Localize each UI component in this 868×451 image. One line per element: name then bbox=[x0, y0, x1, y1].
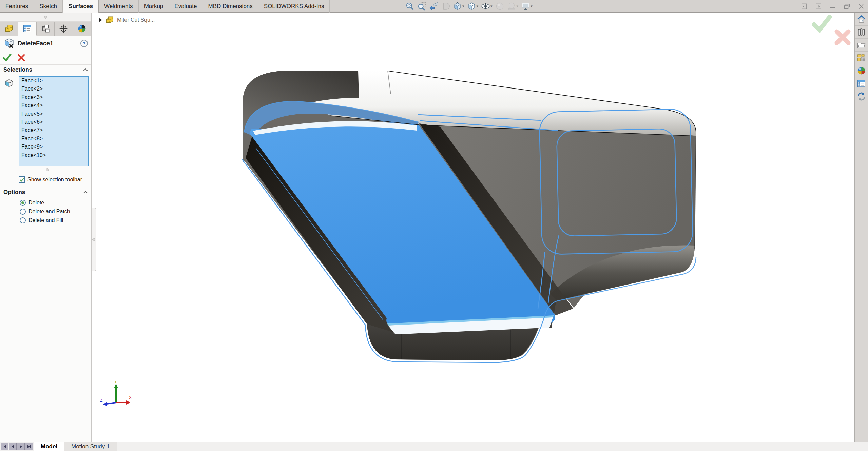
selection-list[interactable]: Face<1> Face<2> Face<3> Face<4> Face<5> … bbox=[19, 76, 89, 166]
help-icon[interactable]: ? bbox=[80, 40, 88, 47]
face-list-item[interactable]: Face<9> bbox=[19, 143, 88, 151]
ribbon-tab-weldments[interactable]: Weldments bbox=[99, 0, 139, 13]
show-selection-toolbar-checkbox[interactable] bbox=[19, 176, 25, 183]
expand-tree-arrow-icon[interactable] bbox=[99, 18, 102, 22]
panel-splitter-handle[interactable] bbox=[92, 208, 96, 271]
tab-display-manager[interactable] bbox=[73, 22, 91, 36]
model-3d-view[interactable] bbox=[96, 13, 854, 442]
ribbon-tab-mbd-dimensions[interactable]: MBD Dimensions bbox=[202, 0, 258, 13]
show-selection-toolbar-label: Show selection toolbar bbox=[27, 177, 82, 183]
collapse-chevron-icon[interactable] bbox=[83, 68, 88, 71]
confirmation-cancel-x-icon[interactable] bbox=[834, 28, 851, 46]
tab-propertymanager[interactable] bbox=[18, 22, 37, 36]
minimize-icon[interactable] bbox=[829, 3, 836, 9]
ok-button[interactable] bbox=[3, 53, 12, 62]
page-title: DeleteFace1 bbox=[18, 40, 80, 47]
close-icon[interactable] bbox=[858, 3, 865, 9]
cancel-button[interactable] bbox=[17, 53, 26, 62]
task-pane-view-palette-button[interactable] bbox=[855, 52, 868, 64]
display-style-button[interactable]: ▾ bbox=[466, 1, 480, 12]
graphics-area[interactable]: Miter Cut Squ... Y X Z bbox=[96, 13, 854, 442]
folder-icon bbox=[857, 40, 866, 50]
ribbon-tab-evaluate[interactable]: Evaluate bbox=[169, 0, 202, 13]
face-list-item[interactable]: Face<3> bbox=[19, 93, 88, 101]
view-orientation-dropdown-arrow[interactable]: ▾ bbox=[462, 4, 464, 8]
view-settings-icon bbox=[521, 2, 530, 11]
tab-motion-study-1[interactable]: Motion Study 1 bbox=[64, 442, 117, 451]
selections-body: Face<1> Face<2> Face<3> Face<4> Face<5> … bbox=[0, 75, 91, 173]
view-settings-button[interactable]: ▾ bbox=[520, 1, 534, 12]
y-axis-label: Y bbox=[114, 381, 117, 384]
ribbon-tab-surfaces[interactable]: Surfaces bbox=[63, 0, 99, 13]
zoom-to-fit-icon bbox=[405, 2, 414, 11]
face-list-item[interactable]: Face<1> bbox=[19, 77, 88, 85]
task-pane-custom-properties-button[interactable] bbox=[855, 77, 868, 90]
face-list-item[interactable]: Face<2> bbox=[19, 85, 88, 93]
task-pane-forum-button[interactable] bbox=[855, 90, 868, 103]
edit-appearance-icon bbox=[495, 2, 504, 11]
view-settings-dropdown-arrow[interactable]: ▾ bbox=[531, 4, 533, 8]
zoom-to-fit-button[interactable] bbox=[404, 1, 416, 12]
options-header-label: Options bbox=[3, 189, 25, 196]
tab-model[interactable]: Model bbox=[34, 442, 64, 451]
tab-dimxpert-manager[interactable] bbox=[55, 22, 73, 36]
apply-scene-dropdown-arrow[interactable]: ▾ bbox=[517, 4, 519, 8]
apply-scene-button[interactable]: ▾ bbox=[506, 1, 520, 12]
face-list-item[interactable]: Face<4> bbox=[19, 101, 88, 110]
ribbon-tab-solidworks-add-ins[interactable]: SOLIDWORKS Add-Ins bbox=[258, 0, 330, 13]
display-manager-icon bbox=[77, 24, 86, 33]
zoom-to-area-button[interactable] bbox=[416, 1, 427, 12]
face-list-item[interactable]: Face<5> bbox=[19, 110, 88, 118]
flyout-feature-tree[interactable]: Miter Cut Squ... bbox=[99, 16, 155, 24]
ribbon-tab-features[interactable]: Features bbox=[0, 0, 34, 13]
delete-and-fill-radio[interactable] bbox=[20, 217, 26, 223]
view-orientation-button[interactable]: ▾ bbox=[452, 1, 465, 12]
display-style-dropdown-arrow[interactable]: ▾ bbox=[477, 4, 479, 8]
ribbon-tab-sketch[interactable]: Sketch bbox=[34, 0, 63, 13]
options-section-header[interactable]: Options bbox=[0, 187, 91, 197]
window-controls bbox=[801, 0, 865, 13]
previous-view-button[interactable] bbox=[428, 1, 439, 12]
option-delete-and-fill-row: Delete and Fill bbox=[20, 217, 91, 223]
hide-show-items-button[interactable]: ▾ bbox=[480, 1, 494, 12]
delete-and-patch-radio[interactable] bbox=[20, 209, 26, 215]
tab-featuremanager-design-tree[interactable] bbox=[0, 22, 18, 36]
nav-last-button[interactable] bbox=[25, 443, 33, 450]
z-axis-label: Z bbox=[100, 398, 102, 403]
heads-up-view-toolbar: ▾ ▾ ▾ ▾ ▾ bbox=[404, 0, 534, 13]
selections-header-label: Selections bbox=[3, 66, 32, 73]
selections-section-header[interactable]: Selections bbox=[0, 64, 91, 75]
face-list-item[interactable]: Face<10> bbox=[19, 151, 88, 159]
task-pane-design-library-button[interactable] bbox=[855, 26, 868, 39]
delete-radio[interactable] bbox=[20, 200, 26, 206]
nav-previous-button[interactable] bbox=[9, 443, 17, 450]
hide-show-dropdown-arrow[interactable]: ▾ bbox=[490, 4, 493, 8]
configuration-manager-icon bbox=[41, 24, 50, 33]
ok-cancel-row bbox=[0, 51, 91, 64]
nav-next-button[interactable] bbox=[17, 443, 25, 450]
panel-collapse-strip[interactable] bbox=[0, 13, 91, 22]
design-library-books-icon bbox=[857, 27, 866, 37]
collapse-chevron-icon[interactable] bbox=[83, 191, 88, 194]
confirmation-ok-check-icon[interactable] bbox=[811, 15, 832, 33]
property-manager-panel: DeleteFace1 ? Selections Face<1> Face<2>… bbox=[0, 13, 92, 442]
manager-tabs bbox=[0, 22, 91, 36]
ribbon-tab-markup[interactable]: Markup bbox=[139, 0, 169, 13]
task-pane-home-button[interactable] bbox=[855, 13, 868, 26]
face-list-item[interactable]: Face<7> bbox=[19, 126, 88, 134]
nav-first-button[interactable] bbox=[1, 443, 8, 450]
face-list-item[interactable]: Face<8> bbox=[19, 135, 88, 143]
section-view-button[interactable] bbox=[440, 1, 451, 12]
option-delete-and-patch-row: Delete and Patch bbox=[20, 209, 91, 215]
face-list-item[interactable]: Face<6> bbox=[19, 118, 88, 126]
panel-collapse-handle[interactable] bbox=[44, 16, 47, 19]
edit-appearance-button[interactable] bbox=[494, 1, 505, 12]
checkmark-icon bbox=[20, 178, 24, 182]
task-pane-appearances-button[interactable] bbox=[855, 64, 868, 77]
restore-icon[interactable] bbox=[844, 3, 850, 9]
tab-configuration-manager[interactable] bbox=[37, 22, 55, 36]
collapse-panel-right-icon[interactable] bbox=[815, 3, 822, 9]
list-resize-handle[interactable] bbox=[46, 168, 49, 171]
task-pane-file-explorer-button[interactable] bbox=[855, 39, 868, 52]
collapse-panel-left-icon[interactable] bbox=[801, 3, 808, 9]
